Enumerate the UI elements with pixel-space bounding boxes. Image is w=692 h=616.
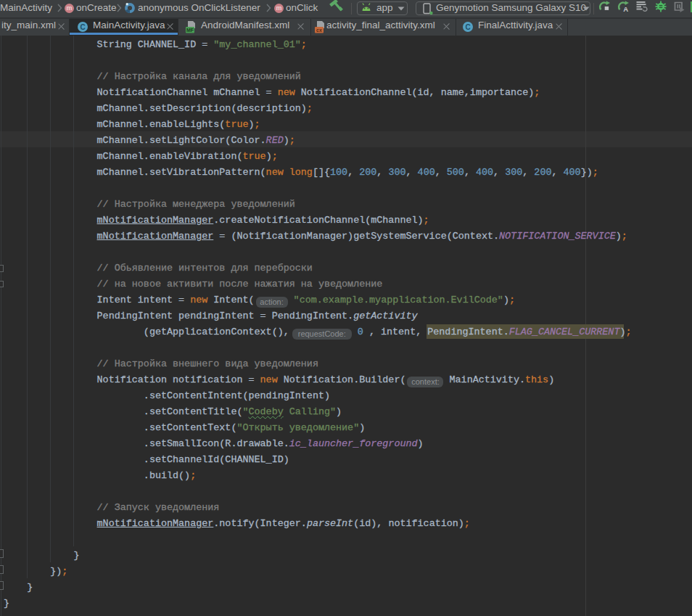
svg-text:A: A	[623, 5, 628, 13]
svg-text:cx: cx	[316, 28, 322, 33]
svg-text:C: C	[80, 23, 85, 31]
svg-text:MF: MF	[186, 28, 194, 33]
svg-text:C: C	[465, 23, 470, 31]
